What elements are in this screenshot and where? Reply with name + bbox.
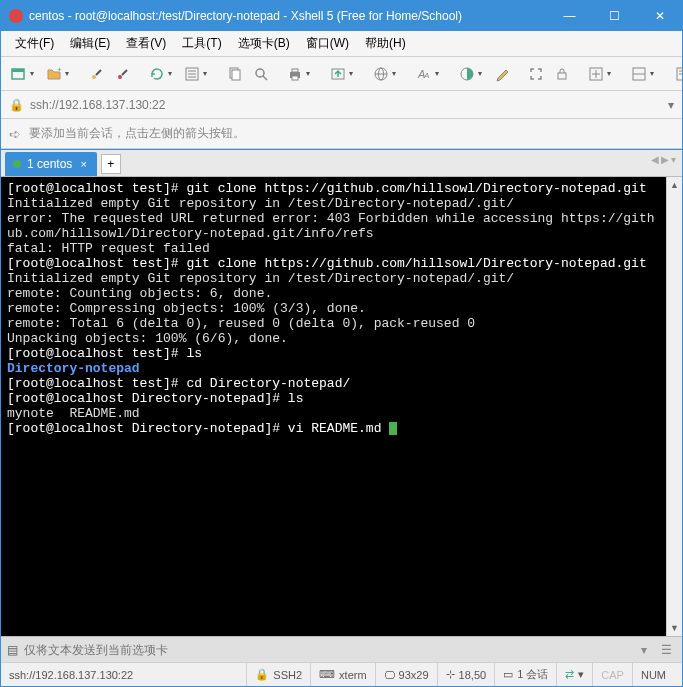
compose-button[interactable]: ▾	[584, 63, 617, 85]
dropdown-icon: ▾	[201, 69, 209, 78]
terminal-line: Initialized empty Git repository in /tes…	[7, 271, 660, 286]
svg-rect-23	[558, 73, 566, 79]
info-bar: ➪ 要添加当前会话，点击左侧的箭头按钮。	[1, 119, 682, 149]
dropdown-icon: ▾	[648, 69, 656, 78]
status-term: ⌨xterm	[310, 663, 375, 686]
disconnect-button[interactable]	[111, 63, 135, 85]
toolbar: ▾ +▾ ▾ ▾ ▾ ▾ ▾ AA▾ ▾ ▾ ▾ ▾ »	[1, 57, 682, 91]
svg-point-4	[118, 75, 122, 79]
lock-icon: 🔒	[9, 98, 24, 112]
terminal-line: error: The requested URL returned error:…	[7, 211, 660, 241]
status-ssh: 🔒SSH2	[246, 663, 310, 686]
status-bar: ssh://192.168.137.130:22 🔒SSH2 ⌨xterm 🖵9…	[1, 662, 682, 686]
font-button[interactable]: AA▾	[412, 63, 445, 85]
lock-button[interactable]	[550, 63, 574, 85]
address-dropdown[interactable]: ▾	[668, 98, 674, 112]
window-title: centos - root@localhost:/test/Directory-…	[29, 9, 547, 23]
scroll-up-button[interactable]: ▲	[667, 177, 682, 193]
network-dropdown[interactable]: ▾	[578, 668, 584, 681]
close-button[interactable]: ✕	[637, 1, 682, 31]
status-net: ⇄▾	[556, 663, 592, 686]
svg-rect-14	[292, 69, 298, 72]
svg-line-12	[263, 76, 267, 80]
status-pos: ⊹18,50	[437, 663, 495, 686]
cursor-pos-icon: ⊹	[446, 668, 455, 681]
svg-rect-15	[292, 76, 298, 80]
tab-list-button[interactable]: ▾	[671, 154, 676, 165]
terminal-line: Directory-notepad	[7, 361, 660, 376]
script-button[interactable]: ▾	[670, 63, 683, 85]
status-sessions: ▭1 会话	[494, 663, 556, 686]
menu-tab[interactable]: 选项卡(B)	[230, 32, 298, 55]
menu-file[interactable]: 文件(F)	[7, 32, 62, 55]
find-button[interactable]	[249, 63, 273, 85]
svg-text:A: A	[423, 71, 429, 80]
terminal-line: Unpacking objects: 100% (6/6), done.	[7, 331, 660, 346]
terminal-line: remote: Counting objects: 6, done.	[7, 286, 660, 301]
color-button[interactable]: ▾	[455, 63, 488, 85]
menu-help[interactable]: 帮助(H)	[357, 32, 414, 55]
menu-tools[interactable]: 工具(T)	[174, 32, 229, 55]
svg-rect-1	[12, 69, 24, 72]
scroll-down-button[interactable]: ▼	[667, 620, 682, 636]
encoding-button[interactable]: ▾	[369, 63, 402, 85]
dropdown-icon: ▾	[347, 69, 355, 78]
terminal-line: [root@localhost test]# cd Directory-note…	[7, 376, 660, 391]
svg-rect-10	[232, 70, 240, 80]
info-arrow-icon[interactable]: ➪	[9, 126, 21, 142]
tab-next-button[interactable]: ▶	[661, 154, 669, 165]
dropdown-icon: ▾	[476, 69, 484, 78]
terminal-line: [root@localhost test]# git clone https:/…	[7, 256, 660, 271]
send-icon: ▤	[7, 643, 18, 657]
menu-edit[interactable]: 编辑(E)	[62, 32, 118, 55]
dropdown-icon: ▾	[166, 69, 174, 78]
session-tab[interactable]: 1 centos ×	[5, 152, 97, 176]
connect-button[interactable]	[85, 63, 109, 85]
compose-menu-button[interactable]: ☰	[657, 643, 676, 657]
address-bar: 🔒 ssh://192.168.137.130:22 ▾	[1, 91, 682, 119]
terminal-line: fatal: HTTP request failed	[7, 241, 660, 256]
minimize-button[interactable]: —	[547, 1, 592, 31]
fullscreen-button[interactable]	[524, 63, 548, 85]
status-num: NUM	[632, 663, 674, 686]
dropdown-icon: ▾	[28, 69, 36, 78]
svg-text:+: +	[57, 66, 62, 74]
compose-input[interactable]	[24, 643, 631, 657]
reconnect-button[interactable]: ▾	[145, 63, 178, 85]
tab-close-button[interactable]: ×	[78, 158, 88, 170]
tab-prev-button[interactable]: ◀	[651, 154, 659, 165]
add-tab-button[interactable]: +	[101, 154, 121, 174]
compose-target-button[interactable]: ▾	[637, 643, 651, 657]
menu-view[interactable]: 查看(V)	[118, 32, 174, 55]
highlight-button[interactable]	[490, 63, 514, 85]
terminal-line: [root@localhost Directory-notepad]# vi R…	[7, 421, 660, 436]
terminal[interactable]: [root@localhost test]# git clone https:/…	[1, 177, 666, 636]
terminal-line: [root@localhost test]# ls	[7, 346, 660, 361]
status-connection: ssh://192.168.137.130:22	[9, 669, 246, 681]
titlebar: centos - root@localhost:/test/Directory-…	[1, 1, 682, 31]
menu-window[interactable]: 窗口(W)	[298, 32, 357, 55]
lock-icon: 🔒	[255, 668, 269, 681]
sessions-icon: ▭	[503, 668, 513, 681]
menubar: 文件(F) 编辑(E) 查看(V) 工具(T) 选项卡(B) 窗口(W) 帮助(…	[1, 31, 682, 57]
terminal-line: [root@localhost test]# git clone https:/…	[7, 181, 660, 196]
info-text: 要添加当前会话，点击左侧的箭头按钮。	[29, 125, 245, 142]
compose-bar: ▤ ▾ ☰	[1, 636, 682, 662]
terminal-line: mynote README.md	[7, 406, 660, 421]
print-button[interactable]: ▾	[283, 63, 316, 85]
layout-button[interactable]: ▾	[627, 63, 660, 85]
terminal-line: remote: Total 6 (delta 0), reused 0 (del…	[7, 316, 660, 331]
new-session-button[interactable]: ▾	[7, 63, 40, 85]
app-icon	[9, 9, 23, 23]
properties-button[interactable]: ▾	[180, 63, 213, 85]
status-size: 🖵93x29	[375, 663, 437, 686]
terminal-scrollbar[interactable]: ▲ ▼	[666, 177, 682, 636]
network-icon: ⇄	[565, 668, 574, 681]
address-text[interactable]: ssh://192.168.137.130:22	[30, 98, 662, 112]
maximize-button[interactable]: ☐	[592, 1, 637, 31]
tab-bar: 1 centos × + ◀ ▶ ▾	[1, 149, 682, 177]
filetransfer-button[interactable]: ▾	[326, 63, 359, 85]
copy-button[interactable]	[223, 63, 247, 85]
open-button[interactable]: +▾	[42, 63, 75, 85]
terminal-line: [root@localhost Directory-notepad]# ls	[7, 391, 660, 406]
